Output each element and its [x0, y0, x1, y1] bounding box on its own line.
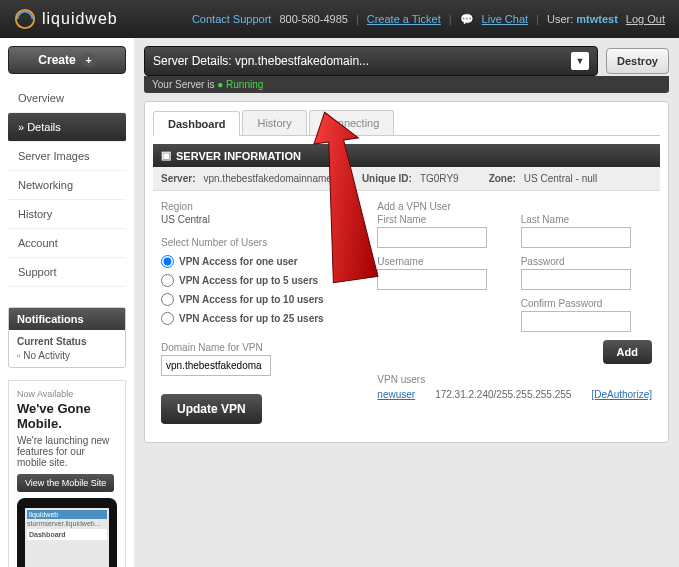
firstname-input[interactable]	[377, 227, 487, 248]
add-button[interactable]: Add	[603, 340, 652, 364]
vpn-users-label: VPN users	[377, 374, 652, 385]
notifications-header: Notifications	[9, 308, 125, 330]
right-column: Add a VPN User First Name Last Name	[377, 201, 652, 424]
section-header: ▣ SERVER INFORMATION	[153, 144, 660, 167]
sidebar: Create + Overview» DetailsServer ImagesN…	[0, 38, 134, 567]
server-label: Server:	[161, 173, 195, 184]
domain-label: Domain Name for VPN	[161, 342, 357, 353]
create-label: Create	[38, 53, 75, 67]
user-option-2[interactable]: VPN Access for up to 10 users	[161, 290, 357, 309]
user-label: User: mtwtest	[547, 13, 618, 25]
confirm-password-input[interactable]	[521, 311, 631, 332]
activity-status: ▫ No Activity	[17, 350, 117, 361]
firstname-label: First Name	[377, 214, 508, 225]
top-header: liquidweb Contact Support 800-580-4985 |…	[0, 0, 679, 38]
deauthorize-link[interactable]: [DeAuthorize]	[591, 389, 652, 400]
contact-support-link[interactable]: Contact Support	[192, 13, 272, 25]
password-label: Password	[521, 256, 652, 267]
uniqueid-value: TG0RY9	[420, 173, 459, 184]
user-radio-2[interactable]	[161, 293, 174, 306]
user-radio-3[interactable]	[161, 312, 174, 325]
logo-text: liquidweb	[42, 10, 118, 28]
nav-item-networking[interactable]: Networking	[8, 171, 126, 200]
content-area: Server Details: vpn.thebestfakedomain...…	[134, 38, 679, 567]
support-phone: 800-580-4985	[279, 13, 348, 25]
user-radio-0[interactable]	[161, 255, 174, 268]
left-column: Region US Central Select Number of Users…	[161, 201, 357, 424]
add-user-title: Add a VPN User	[377, 201, 652, 212]
vpn-user-ip: 172.31.2.240/255.255.255.255	[435, 389, 571, 400]
mobile-pre: Now Available	[17, 389, 117, 399]
logo-icon	[14, 8, 36, 30]
username-input[interactable]	[377, 269, 487, 290]
confirm-password-label: Confirm Password	[521, 298, 652, 309]
logout-link[interactable]: Log Out	[626, 13, 665, 25]
tab-connecting[interactable]: Connecting	[309, 110, 395, 135]
zone-value: US Central - null	[524, 173, 597, 184]
region-label: Region	[161, 201, 357, 212]
user-option-3[interactable]: VPN Access for up to 25 users	[161, 309, 357, 328]
mobile-title: We've Gone Mobile.	[17, 401, 117, 431]
nav-menu: Overview» DetailsServer ImagesNetworking…	[8, 84, 126, 287]
view-mobile-button[interactable]: View the Mobile Site	[17, 474, 114, 492]
username-label: Username	[377, 256, 508, 267]
uniqueid-label: Unique ID:	[362, 173, 412, 184]
live-chat-link[interactable]: Live Chat	[482, 13, 528, 25]
create-ticket-link[interactable]: Create a Ticket	[367, 13, 441, 25]
phone-image: liquidweb stormserver.liquidweb... Dashb…	[17, 498, 117, 567]
tab-dashboard[interactable]: Dashboard	[153, 111, 240, 136]
vpn-users-list: VPN users newuser 172.31.2.240/255.255.2…	[377, 374, 652, 402]
mobile-promo: Now Available We've Gone Mobile. We're l…	[8, 380, 126, 567]
plus-icon: +	[82, 53, 96, 67]
server-selector[interactable]: Server Details: vpn.thebestfakedomain...…	[144, 46, 598, 76]
tab-history[interactable]: History	[242, 110, 306, 135]
users-label: Select Number of Users	[161, 237, 357, 248]
chevron-down-icon: ▼	[571, 52, 589, 70]
zone-label: Zone:	[489, 173, 516, 184]
lastname-label: Last Name	[521, 214, 652, 225]
mobile-desc: We're launching new features for our mob…	[17, 435, 117, 468]
tab-bar: DashboardHistoryConnecting	[153, 110, 660, 136]
server-title: Server Details: vpn.thebestfakedomain...	[153, 54, 369, 68]
nav-item-overview[interactable]: Overview	[8, 84, 126, 113]
update-vpn-button[interactable]: Update VPN	[161, 394, 262, 424]
nav-item--details[interactable]: » Details	[8, 113, 126, 142]
domain-input[interactable]	[161, 355, 271, 376]
region-value: US Central	[161, 214, 357, 225]
header-links: Contact Support 800-580-4985 | Create a …	[192, 13, 665, 26]
server-value: vpn.thebestfakedomainname	[203, 173, 331, 184]
nav-item-server-images[interactable]: Server Images	[8, 142, 126, 171]
main-panel: DashboardHistoryConnecting ▣ SERVER INFO…	[144, 101, 669, 443]
username: mtwtest	[576, 13, 618, 25]
vpn-user-name[interactable]: newuser	[377, 389, 415, 400]
logo: liquidweb	[14, 8, 118, 30]
info-row: Server: vpn.thebestfakedomainname Unique…	[153, 167, 660, 191]
destroy-button[interactable]: Destroy	[606, 48, 669, 74]
nav-item-history[interactable]: History	[8, 200, 126, 229]
password-input[interactable]	[521, 269, 631, 290]
server-status-line: Your Server is ● Running	[144, 76, 669, 93]
create-button[interactable]: Create +	[8, 46, 126, 74]
lastname-input[interactable]	[521, 227, 631, 248]
collapse-icon[interactable]: ▣	[161, 149, 171, 162]
user-option-0[interactable]: VPN Access for one user	[161, 252, 357, 271]
notifications-box: Notifications Current Status ▫ No Activi…	[8, 307, 126, 368]
user-radio-1[interactable]	[161, 274, 174, 287]
current-status-label: Current Status	[17, 336, 117, 347]
user-option-1[interactable]: VPN Access for up to 5 users	[161, 271, 357, 290]
nav-item-support[interactable]: Support	[8, 258, 126, 287]
user-radio-group: VPN Access for one userVPN Access for up…	[161, 252, 357, 328]
chat-icon: 💬	[460, 13, 474, 26]
nav-item-account[interactable]: Account	[8, 229, 126, 258]
